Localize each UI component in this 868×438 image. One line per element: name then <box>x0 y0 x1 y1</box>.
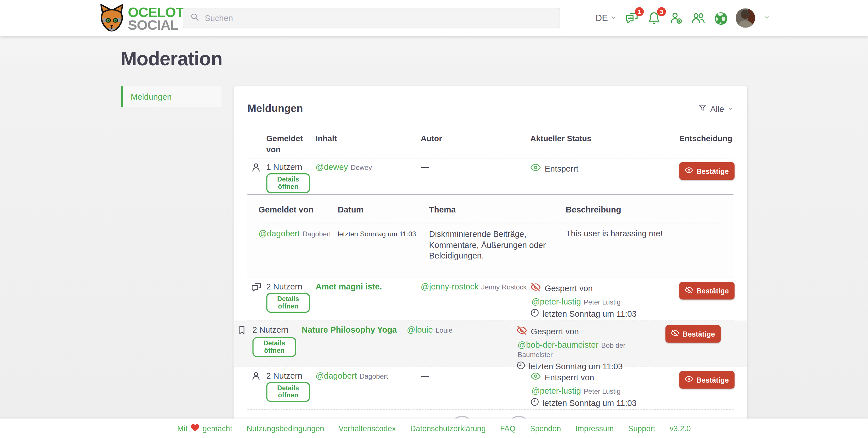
comment-icon <box>251 282 262 295</box>
open-details-button[interactable]: Details öffnen <box>252 337 296 357</box>
filter-dropdown[interactable]: Alle <box>698 103 734 114</box>
reporters-count: 2 Nutzern <box>266 371 302 380</box>
panel-title: Meldungen <box>247 102 698 115</box>
brand-logo[interactable]: OCELOT SOCIAL <box>97 3 184 34</box>
user-icon <box>251 162 261 175</box>
detail-column-reported-by: Gemeldet von <box>258 205 313 214</box>
footer-link-spenden[interactable]: Spenden <box>523 424 568 433</box>
eye-icon <box>685 166 693 176</box>
ocelot-logo-icon <box>97 3 126 34</box>
author-user-name: Louie <box>436 327 453 334</box>
author-cell: — <box>421 371 429 380</box>
avatar[interactable] <box>736 8 755 28</box>
eye-off-icon <box>685 286 693 296</box>
moderator-name: Peter Lustig <box>584 299 621 306</box>
column-header-status: Aktueller Status <box>530 133 591 144</box>
footer-link-support[interactable]: Support <box>621 424 662 433</box>
open-details-button[interactable]: Details öffnen <box>266 382 310 402</box>
detail-column-date: Datum <box>338 205 364 214</box>
table-row: 1 Nutzern Details öffnen @deweyDewey — E… <box>247 158 733 195</box>
content-user-name: Dewey <box>351 164 372 171</box>
confirm-button[interactable]: Bestätige <box>679 162 734 180</box>
language-selector[interactable]: DE <box>596 13 617 23</box>
clock-icon <box>530 309 539 319</box>
status-date: letzten Sonntag um 11:03 <box>542 309 637 318</box>
search-input[interactable]: Suchen <box>183 8 560 28</box>
eye-off-icon <box>530 282 541 294</box>
users-icon <box>691 11 705 25</box>
detail-column-topic: Thema <box>429 205 456 214</box>
status-label: Gesperrt von <box>531 326 579 336</box>
top-navbar: OCELOT SOCIAL Suchen DE <box>0 0 868 36</box>
status-label: Entsperrt von <box>545 372 594 382</box>
open-details-button[interactable]: Details öffnen <box>266 293 310 313</box>
status-date: letzten Sonntag um 11:03 <box>542 398 637 407</box>
reports-panel: Meldungen Alle Gemeldet von Inhalt Autor… <box>234 86 747 434</box>
clock-icon <box>530 397 539 408</box>
column-header-decision: Entscheidung <box>679 133 732 144</box>
content-post-link[interactable]: Amet magni iste. <box>315 282 382 291</box>
map-button[interactable] <box>713 11 727 25</box>
search-icon <box>190 12 199 24</box>
moderator-link[interactable]: @peter-lustig <box>531 386 581 395</box>
reporters-count: 2 Nutzern <box>252 325 288 334</box>
search-placeholder: Suchen <box>205 13 233 23</box>
report-detail-panel: Gemeldet von Datum Thema Beschreibung @d… <box>247 195 733 277</box>
moderator-name: Peter Lustig <box>584 387 621 395</box>
confirm-button[interactable]: Bestätige <box>679 282 734 300</box>
navbar-actions: DE 1 <box>596 0 771 36</box>
eye-off-icon <box>516 325 527 337</box>
column-header-author: Autor <box>421 133 442 144</box>
detail-date: letzten Sonntag um 11:03 <box>338 230 416 238</box>
moderator-link[interactable]: @bob-der-baumeister <box>518 340 598 349</box>
footer-link-verhaltenscodex[interactable]: Verhaltenscodex <box>332 424 403 433</box>
moderation-page: OCELOT SOCIAL Suchen DE <box>0 0 868 438</box>
eye-icon <box>530 162 541 175</box>
column-header-reported-by: Gemeldet von <box>266 133 306 155</box>
filter-icon <box>698 103 707 114</box>
bookmark-icon <box>237 325 247 337</box>
table-row: 2 Nutzern Details öffnen @dagobertDagobe… <box>247 367 733 410</box>
table-row: 2 Nutzern Details öffnen Nature Philosop… <box>234 320 747 367</box>
made-with-love-link[interactable]: Mit gemacht <box>170 423 240 434</box>
status-label: Entsperrt <box>545 164 579 173</box>
content-user-name: Dagobert <box>360 373 388 380</box>
eye-icon <box>685 375 693 385</box>
reporters-count: 2 Nutzern <box>266 282 302 291</box>
follow-requests-button[interactable] <box>669 11 683 25</box>
chat-badge: 1 <box>635 7 644 16</box>
user-menu-chevron-icon[interactable] <box>764 13 771 23</box>
footer-link-faq[interactable]: FAQ <box>493 424 523 433</box>
heart-icon <box>190 423 200 434</box>
notifications-button[interactable]: 3 <box>647 11 661 25</box>
open-details-button[interactable]: Details öffnen <box>266 173 310 193</box>
author-user-link[interactable]: @louie <box>407 325 433 334</box>
chat-button[interactable]: 1 <box>625 11 639 25</box>
detail-column-description: Beschreibung <box>566 205 621 214</box>
content-user-link[interactable]: @dagobert <box>315 371 357 380</box>
footer-link-impressum[interactable]: Impressum <box>568 424 621 433</box>
confirm-button[interactable]: Bestätige <box>679 371 734 388</box>
globe-icon <box>713 11 727 26</box>
table-header-row: Gemeldet von Inhalt Autor Aktueller Stat… <box>247 131 733 158</box>
author-user-link[interactable]: @jenny-rostock <box>421 282 478 291</box>
confirm-button[interactable]: Bestätige <box>665 325 721 343</box>
footer-link-nutzungsbedingungen[interactable]: Nutzungsbedingungen <box>240 424 332 433</box>
chevron-down-icon <box>610 13 617 23</box>
logo-line2: SOCIAL <box>128 19 184 32</box>
content-post-link[interactable]: Nature Philosophy Yoga <box>302 325 397 334</box>
page-title: Moderation <box>121 48 222 70</box>
footer-link-datenschutzerklaerung[interactable]: Datenschutzerklärung <box>403 424 493 433</box>
sidebar-item-meldungen[interactable]: Meldungen <box>121 86 221 107</box>
detail-reporter-link[interactable]: @dagobert <box>258 229 300 238</box>
moderator-link[interactable]: @peter-lustig <box>531 297 581 306</box>
content-user-link[interactable]: @dewey <box>315 162 348 171</box>
groups-button[interactable] <box>691 11 705 25</box>
author-cell: — <box>421 162 429 171</box>
detail-description: This user is harassing me! <box>566 229 663 238</box>
reporters-count: 1 Nutzern <box>266 162 302 171</box>
eye-off-icon <box>671 329 679 339</box>
status-label: Gesperrt von <box>545 283 593 292</box>
eye-icon <box>530 371 541 383</box>
user-plus-icon <box>669 11 683 25</box>
